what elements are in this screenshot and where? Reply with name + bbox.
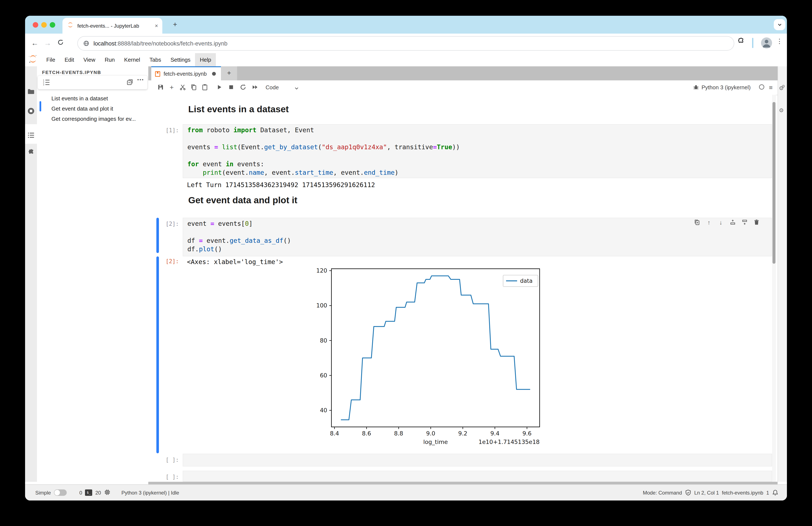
forward-button[interactable]: → bbox=[41, 39, 54, 47]
svg-text:log_time: log_time bbox=[423, 439, 448, 445]
command-mode-label[interactable]: Mode: Command bbox=[643, 489, 682, 496]
cell-toolbar: ↑ ↓ bbox=[694, 219, 760, 226]
dock-tabbar: fetch-events.ipynb + bbox=[148, 66, 778, 80]
scrollbar-thumb[interactable] bbox=[772, 102, 775, 264]
cell3-input[interactable] bbox=[183, 454, 772, 467]
zoom-window-button[interactable] bbox=[50, 22, 55, 28]
run-cell-icon[interactable] bbox=[215, 84, 223, 91]
profile-avatar[interactable] bbox=[761, 38, 772, 48]
reload-button[interactable] bbox=[54, 39, 67, 47]
duplicate-cell-icon[interactable] bbox=[694, 219, 701, 226]
terminal-count: 0 bbox=[79, 489, 82, 496]
site-info-icon[interactable] bbox=[83, 40, 89, 46]
svg-text:9.0: 9.0 bbox=[426, 430, 435, 437]
kernel-name-button[interactable]: Python 3 (ipykernel) bbox=[701, 84, 751, 90]
file-browser-icon[interactable] bbox=[27, 88, 35, 95]
toc-item-2[interactable]: Get event data and plot it bbox=[52, 104, 143, 114]
output-plot-figure: 8.48.68.89.09.29.49.6406080100120log_tim… bbox=[315, 265, 544, 462]
notebook-toolbar: + Code bbox=[148, 80, 778, 95]
url-text: localhost:8888/lab/tree/notebooks/fetch-… bbox=[93, 40, 227, 46]
toc-item-3[interactable]: Get corresponding images for ev... bbox=[52, 114, 143, 124]
toc-toolbar: 123 ••• bbox=[38, 76, 147, 89]
paste-cells-icon[interactable] bbox=[201, 84, 209, 91]
simple-mode-toggle[interactable] bbox=[54, 489, 67, 496]
add-notebook-tab-button[interactable]: + bbox=[221, 66, 237, 80]
insert-cell-icon[interactable]: + bbox=[168, 84, 175, 91]
new-tab-button[interactable]: + bbox=[170, 19, 180, 30]
menu-file[interactable]: File bbox=[42, 53, 60, 66]
extension-manager-icon[interactable] bbox=[27, 148, 35, 156]
unsaved-dot-icon[interactable] bbox=[212, 72, 216, 76]
menu-tabs[interactable]: Tabs bbox=[145, 53, 166, 66]
cell1-code: from roboto import Dataset, Event events… bbox=[183, 125, 772, 178]
svg-text:80: 80 bbox=[320, 337, 327, 344]
svg-text:8.4: 8.4 bbox=[330, 430, 339, 437]
toc-more-icon[interactable]: ••• bbox=[137, 77, 144, 82]
save-icon[interactable] bbox=[157, 84, 164, 91]
cell2-prompt: [2]: bbox=[148, 221, 179, 227]
property-inspector-icon[interactable]: ⚙⚙ bbox=[779, 85, 787, 91]
browser-window: fetch-events... - JupyterLab × + ← → loc… bbox=[25, 16, 787, 500]
cell2-input[interactable]: event = events[0] df = event.get_data_as… bbox=[183, 218, 772, 256]
cursor-position[interactable]: Ln 2, Col 1 bbox=[694, 489, 719, 496]
trust-shield-icon bbox=[685, 489, 691, 496]
toc-item-1[interactable]: List events in a dataset bbox=[52, 94, 143, 104]
move-cell-down-icon[interactable]: ↓ bbox=[717, 219, 724, 226]
debugger-bug-icon[interactable] bbox=[692, 84, 700, 91]
svg-text:data: data bbox=[520, 278, 533, 284]
delete-cell-icon[interactable] bbox=[753, 219, 760, 226]
numbered-list-icon[interactable]: 123 bbox=[43, 79, 50, 88]
svg-text:120: 120 bbox=[316, 267, 327, 274]
tab-search-button[interactable] bbox=[774, 19, 785, 30]
toc-panel: FETCH-EVENTS.IPYNB 123 ••• List events i… bbox=[37, 66, 149, 482]
running-kernels-icon[interactable] bbox=[27, 107, 35, 115]
move-cell-up-icon[interactable]: ↑ bbox=[705, 219, 713, 226]
menu-run[interactable]: Run bbox=[100, 53, 120, 66]
jupyterlab-app: File Edit View Run Kernel Tabs Settings … bbox=[25, 53, 787, 500]
menu-kernel[interactable]: Kernel bbox=[119, 53, 145, 66]
notifications-bell-icon[interactable] bbox=[772, 489, 779, 496]
collapse-all-icon[interactable] bbox=[126, 79, 133, 88]
cell4-input[interactable] bbox=[183, 471, 772, 482]
debugger-panel-icon[interactable]: ⚙ bbox=[779, 107, 784, 114]
notebook-content: List events in a dataset [1]: from robot… bbox=[148, 95, 772, 482]
simple-mode-label: Simple bbox=[35, 489, 51, 496]
interrupt-kernel-icon[interactable] bbox=[227, 84, 235, 91]
menu-edit[interactable]: Edit bbox=[60, 53, 79, 66]
restart-run-all-icon[interactable] bbox=[251, 84, 259, 91]
browser-tab[interactable]: fetch-events... - JupyterLab × bbox=[62, 18, 162, 33]
insert-cell-below-icon[interactable] bbox=[741, 219, 748, 226]
minimize-window-button[interactable] bbox=[41, 22, 47, 28]
svg-text:8.8: 8.8 bbox=[394, 430, 403, 437]
menu-help[interactable]: Help bbox=[195, 53, 216, 66]
menu-settings[interactable]: Settings bbox=[166, 53, 195, 66]
svg-text:1e10+1.7145135e18: 1e10+1.7145135e18 bbox=[478, 439, 540, 445]
kernel-status-text[interactable]: Python 3 (ipykernel) | Idle bbox=[121, 489, 179, 496]
restart-kernel-icon[interactable] bbox=[239, 84, 247, 91]
menu-view[interactable]: View bbox=[79, 53, 100, 66]
cell4-prompt: [ ]: bbox=[148, 474, 179, 480]
url-bar[interactable]: localhost:8888/lab/tree/notebooks/fetch-… bbox=[77, 36, 734, 51]
svg-text:9.4: 9.4 bbox=[490, 430, 499, 437]
extensions-icon[interactable] bbox=[737, 38, 744, 46]
svg-text:1: 1 bbox=[43, 79, 44, 82]
kernel-status-icon bbox=[758, 84, 765, 91]
cell-type-dropdown[interactable]: Code bbox=[265, 84, 279, 90]
jupyter-logo bbox=[28, 54, 38, 65]
cell-type-chevron-icon[interactable] bbox=[293, 85, 301, 93]
insert-cell-above-icon[interactable] bbox=[729, 219, 736, 226]
table-of-contents-icon[interactable] bbox=[27, 131, 35, 139]
close-window-button[interactable] bbox=[33, 22, 38, 28]
close-tab-icon[interactable]: × bbox=[155, 23, 158, 29]
notebook-tab[interactable]: fetch-events.ipynb bbox=[151, 66, 221, 80]
cell1-input[interactable]: from roboto import Dataset, Event events… bbox=[183, 124, 772, 178]
toolbar-more-icon[interactable]: ≡ bbox=[767, 84, 774, 91]
chevron-down-icon bbox=[777, 22, 782, 27]
copy-cells-icon[interactable] bbox=[190, 84, 198, 91]
notebook-scrollbar[interactable] bbox=[772, 95, 776, 482]
cut-cells-icon[interactable] bbox=[179, 84, 187, 91]
browser-menu-icon[interactable]: ⋮ bbox=[776, 38, 783, 45]
cell2-output-collapser[interactable] bbox=[156, 256, 159, 453]
cell3-prompt: [ ]: bbox=[148, 457, 179, 463]
back-button[interactable]: ← bbox=[28, 39, 41, 47]
